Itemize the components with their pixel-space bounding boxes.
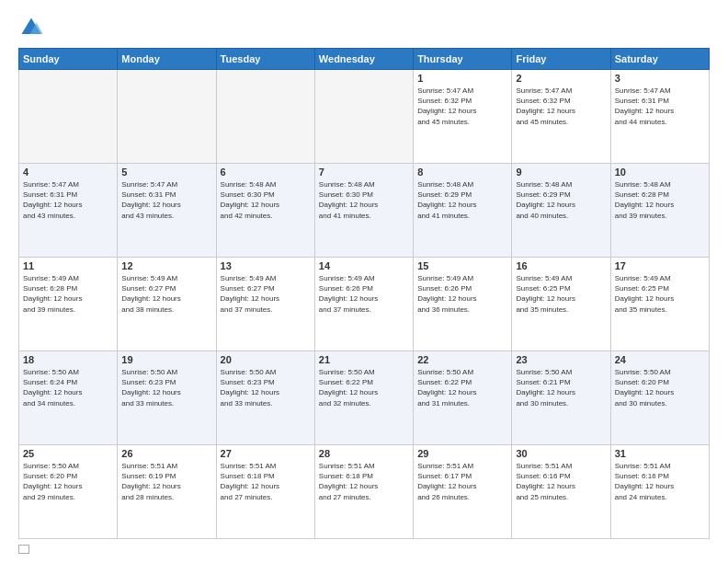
calendar-day-cell: 7Sunrise: 5:48 AM Sunset: 6:30 PM Daylig… (314, 164, 413, 258)
calendar-day-cell (216, 70, 314, 164)
day-info: Sunrise: 5:50 AM Sunset: 6:21 PM Dayligh… (516, 367, 606, 408)
day-info: Sunrise: 5:51 AM Sunset: 6:16 PM Dayligh… (615, 461, 705, 502)
calendar-day-cell: 8Sunrise: 5:48 AM Sunset: 6:29 PM Daylig… (414, 164, 512, 258)
day-number: 22 (417, 354, 507, 365)
day-number: 4 (23, 167, 113, 178)
calendar-day-cell: 9Sunrise: 5:48 AM Sunset: 6:29 PM Daylig… (512, 164, 610, 258)
calendar-day-cell: 12Sunrise: 5:49 AM Sunset: 6:27 PM Dayli… (118, 258, 216, 351)
day-number: 7 (319, 167, 409, 178)
day-info: Sunrise: 5:50 AM Sunset: 6:20 PM Dayligh… (23, 461, 113, 502)
day-info: Sunrise: 5:50 AM Sunset: 6:23 PM Dayligh… (221, 367, 311, 408)
calendar-day-cell: 16Sunrise: 5:49 AM Sunset: 6:25 PM Dayli… (512, 258, 610, 351)
day-info: Sunrise: 5:48 AM Sunset: 6:29 PM Dayligh… (516, 179, 606, 221)
day-number: 25 (23, 448, 113, 459)
calendar-day-header: Wednesday (314, 49, 413, 70)
day-info: Sunrise: 5:48 AM Sunset: 6:30 PM Dayligh… (319, 179, 409, 221)
day-number: 12 (121, 260, 211, 271)
calendar-day-cell: 14Sunrise: 5:49 AM Sunset: 6:26 PM Dayli… (314, 258, 413, 351)
day-info: Sunrise: 5:47 AM Sunset: 6:32 PM Dayligh… (516, 86, 606, 127)
logo (18, 15, 48, 40)
day-number: 11 (23, 260, 113, 271)
calendar-day-cell: 19Sunrise: 5:50 AM Sunset: 6:23 PM Dayli… (118, 351, 216, 445)
header (18, 15, 710, 40)
day-number: 16 (516, 260, 606, 271)
day-number: 2 (516, 73, 606, 84)
day-info: Sunrise: 5:47 AM Sunset: 6:32 PM Dayligh… (417, 86, 507, 127)
day-info: Sunrise: 5:51 AM Sunset: 6:19 PM Dayligh… (121, 461, 211, 502)
calendar-day-header: Tuesday (216, 49, 314, 70)
logo-icon (18, 15, 44, 40)
day-number: 5 (121, 167, 211, 178)
day-info: Sunrise: 5:49 AM Sunset: 6:25 PM Dayligh… (615, 273, 705, 315)
calendar-day-cell: 23Sunrise: 5:50 AM Sunset: 6:21 PM Dayli… (512, 351, 610, 445)
day-number: 18 (23, 354, 113, 365)
calendar-day-header: Thursday (414, 49, 512, 70)
calendar-day-header: Saturday (610, 49, 709, 70)
day-info: Sunrise: 5:49 AM Sunset: 6:27 PM Dayligh… (121, 273, 211, 315)
day-number: 8 (417, 167, 507, 178)
day-number: 3 (615, 73, 705, 84)
calendar-day-header: Sunday (19, 49, 118, 70)
calendar-day-header: Friday (512, 49, 610, 70)
day-number: 13 (221, 260, 311, 271)
calendar-day-cell: 27Sunrise: 5:51 AM Sunset: 6:18 PM Dayli… (216, 445, 314, 539)
daylight-box (18, 545, 29, 554)
day-info: Sunrise: 5:48 AM Sunset: 6:28 PM Dayligh… (615, 179, 705, 221)
calendar-day-cell: 5Sunrise: 5:47 AM Sunset: 6:31 PM Daylig… (118, 164, 216, 258)
day-number: 27 (221, 448, 311, 459)
day-info: Sunrise: 5:47 AM Sunset: 6:31 PM Dayligh… (23, 179, 113, 221)
calendar-week-row: 18Sunrise: 5:50 AM Sunset: 6:24 PM Dayli… (19, 351, 710, 445)
day-info: Sunrise: 5:49 AM Sunset: 6:28 PM Dayligh… (23, 273, 113, 315)
calendar-day-cell: 21Sunrise: 5:50 AM Sunset: 6:22 PM Dayli… (314, 351, 413, 445)
calendar-day-cell: 28Sunrise: 5:51 AM Sunset: 6:18 PM Dayli… (314, 445, 413, 539)
day-info: Sunrise: 5:50 AM Sunset: 6:23 PM Dayligh… (121, 367, 211, 408)
day-info: Sunrise: 5:47 AM Sunset: 6:31 PM Dayligh… (121, 179, 211, 221)
day-info: Sunrise: 5:49 AM Sunset: 6:27 PM Dayligh… (221, 273, 311, 315)
calendar-day-cell (19, 70, 118, 164)
footer (18, 545, 710, 554)
calendar-day-cell: 30Sunrise: 5:51 AM Sunset: 6:16 PM Dayli… (512, 445, 610, 539)
calendar-day-cell: 24Sunrise: 5:50 AM Sunset: 6:20 PM Dayli… (610, 351, 709, 445)
day-info: Sunrise: 5:51 AM Sunset: 6:18 PM Dayligh… (319, 461, 409, 502)
calendar-day-cell: 22Sunrise: 5:50 AM Sunset: 6:22 PM Dayli… (414, 351, 512, 445)
calendar-day-cell: 20Sunrise: 5:50 AM Sunset: 6:23 PM Dayli… (216, 351, 314, 445)
day-info: Sunrise: 5:50 AM Sunset: 6:22 PM Dayligh… (319, 367, 409, 408)
day-info: Sunrise: 5:47 AM Sunset: 6:31 PM Dayligh… (615, 86, 705, 127)
day-number: 28 (319, 448, 409, 459)
day-number: 30 (516, 448, 606, 459)
calendar-week-row: 11Sunrise: 5:49 AM Sunset: 6:28 PM Dayli… (19, 258, 710, 351)
day-number: 23 (516, 354, 606, 365)
day-number: 19 (121, 354, 211, 365)
day-number: 10 (615, 167, 705, 178)
calendar-day-cell (118, 70, 216, 164)
day-number: 6 (221, 167, 311, 178)
calendar-day-cell: 2Sunrise: 5:47 AM Sunset: 6:32 PM Daylig… (512, 70, 610, 164)
calendar-week-row: 4Sunrise: 5:47 AM Sunset: 6:31 PM Daylig… (19, 164, 710, 258)
calendar-day-cell: 15Sunrise: 5:49 AM Sunset: 6:26 PM Dayli… (414, 258, 512, 351)
day-info: Sunrise: 5:48 AM Sunset: 6:29 PM Dayligh… (417, 179, 507, 221)
day-number: 26 (121, 448, 211, 459)
calendar-week-row: 1Sunrise: 5:47 AM Sunset: 6:32 PM Daylig… (19, 70, 710, 164)
calendar-day-cell: 1Sunrise: 5:47 AM Sunset: 6:32 PM Daylig… (414, 70, 512, 164)
day-number: 1 (417, 73, 507, 84)
calendar-day-cell: 29Sunrise: 5:51 AM Sunset: 6:17 PM Dayli… (414, 445, 512, 539)
day-number: 24 (615, 354, 705, 365)
calendar-day-cell: 11Sunrise: 5:49 AM Sunset: 6:28 PM Dayli… (19, 258, 118, 351)
day-info: Sunrise: 5:50 AM Sunset: 6:20 PM Dayligh… (615, 367, 705, 408)
day-number: 15 (417, 260, 507, 271)
day-info: Sunrise: 5:49 AM Sunset: 6:25 PM Dayligh… (516, 273, 606, 315)
day-number: 14 (319, 260, 409, 271)
day-number: 9 (516, 167, 606, 178)
day-number: 29 (417, 448, 507, 459)
calendar-day-cell: 17Sunrise: 5:49 AM Sunset: 6:25 PM Dayli… (610, 258, 709, 351)
calendar-day-cell: 25Sunrise: 5:50 AM Sunset: 6:20 PM Dayli… (19, 445, 118, 539)
day-number: 20 (221, 354, 311, 365)
calendar-day-header: Monday (118, 49, 216, 70)
day-info: Sunrise: 5:50 AM Sunset: 6:22 PM Dayligh… (417, 367, 507, 408)
calendar-day-cell: 4Sunrise: 5:47 AM Sunset: 6:31 PM Daylig… (19, 164, 118, 258)
calendar-day-cell: 18Sunrise: 5:50 AM Sunset: 6:24 PM Dayli… (19, 351, 118, 445)
page: SundayMondayTuesdayWednesdayThursdayFrid… (0, 0, 728, 563)
calendar: SundayMondayTuesdayWednesdayThursdayFrid… (18, 48, 710, 539)
day-info: Sunrise: 5:48 AM Sunset: 6:30 PM Dayligh… (221, 179, 311, 221)
calendar-day-cell: 3Sunrise: 5:47 AM Sunset: 6:31 PM Daylig… (610, 70, 709, 164)
